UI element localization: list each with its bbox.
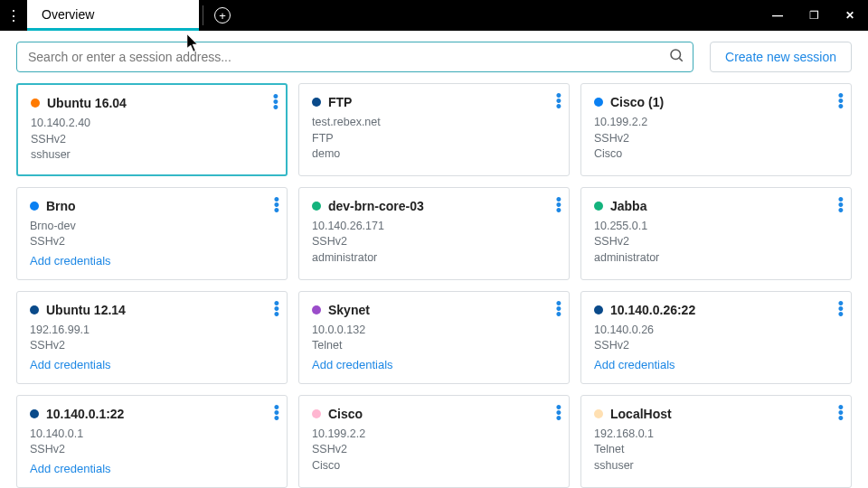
status-dot-icon	[30, 409, 39, 418]
session-user: demo	[312, 146, 556, 163]
session-host: 192.16.99.1	[30, 323, 274, 339]
session-protocol: SSHv2	[30, 234, 274, 250]
session-details: 192.16.99.1SSHv2	[30, 323, 274, 354]
card-header: Ubuntu 16.04	[31, 96, 273, 110]
session-card[interactable]: Jabba•••10.255.0.1SSHv2administrator	[580, 187, 852, 280]
new-tab-button[interactable]: +	[207, 0, 238, 31]
status-dot-icon	[312, 305, 321, 314]
session-name: Cisco	[328, 407, 363, 421]
session-name: Brno	[46, 199, 76, 213]
card-header: dev-brn-core-03	[312, 199, 556, 213]
card-header: Cisco (1)	[594, 95, 838, 109]
card-menu-button[interactable]: •••	[274, 405, 279, 421]
add-credentials-link[interactable]: Add credentials	[594, 358, 675, 371]
card-header: 10.140.0.1:22	[30, 407, 274, 421]
card-menu-button[interactable]: •••	[556, 93, 561, 109]
add-credentials-link[interactable]: Add credentials	[312, 358, 393, 371]
session-card[interactable]: Brno•••Brno-devSSHv2Add credentials	[16, 187, 288, 280]
app-menu-button[interactable]: ⋮	[0, 0, 27, 31]
session-name: Skynet	[328, 303, 370, 317]
session-card[interactable]: LocalHost•••192.168.0.1Telnetsshuser	[580, 395, 852, 488]
card-header: LocalHost	[594, 407, 838, 421]
session-card[interactable]: 10.140.0.26:22•••10.140.0.26SSHv2Add cre…	[580, 291, 852, 384]
session-card[interactable]: Ubuntu 16.04•••10.140.2.40SSHv2sshuser	[16, 83, 288, 176]
status-dot-icon	[594, 202, 603, 211]
session-name: Ubuntu 12.14	[46, 303, 126, 317]
session-details: 192.168.0.1Telnetsshuser	[594, 427, 838, 474]
session-host: 10.199.2.2	[312, 427, 556, 443]
card-menu-button[interactable]: •••	[838, 301, 844, 317]
titlebar-spacer	[238, 0, 760, 31]
session-host: 10.140.2.40	[31, 116, 273, 132]
card-menu-button[interactable]: •••	[556, 197, 561, 213]
session-card[interactable]: Skynet•••10.0.0.132TelnetAdd credentials	[298, 291, 570, 384]
session-details: 10.140.2.40SSHv2sshuser	[31, 116, 273, 164]
card-menu-button[interactable]: •••	[838, 197, 844, 213]
window-close-button[interactable]	[832, 0, 868, 31]
card-menu-button[interactable]: •••	[838, 93, 844, 109]
tab-divider	[203, 5, 203, 25]
session-details: Brno-devSSHv2	[30, 219, 274, 250]
status-dot-icon	[31, 99, 40, 108]
status-dot-icon	[594, 305, 603, 314]
session-user: administrator	[594, 250, 838, 267]
session-details: 10.140.26.171SSHv2administrator	[312, 219, 556, 267]
card-menu-button[interactable]: •••	[556, 405, 561, 421]
session-card[interactable]: Cisco (1)•••10.199.2.2SSHv2Cisco	[580, 83, 852, 176]
session-name: 10.140.0.1:22	[46, 407, 124, 421]
session-protocol: FTP	[312, 131, 556, 147]
card-header: Cisco	[312, 407, 556, 421]
session-protocol: SSHv2	[31, 132, 273, 148]
session-card[interactable]: FTP•••test.rebex.netFTPdemo	[298, 83, 570, 176]
session-host: 10.140.0.26	[594, 323, 838, 339]
status-dot-icon	[30, 202, 39, 211]
status-dot-icon	[594, 409, 603, 418]
card-header: Skynet	[312, 303, 556, 317]
plus-icon: +	[214, 7, 231, 23]
session-name: FTP	[328, 95, 352, 109]
card-menu-button[interactable]: •••	[838, 405, 844, 421]
search-container	[16, 42, 693, 72]
status-dot-icon	[30, 305, 39, 314]
card-menu-button[interactable]: •••	[274, 301, 279, 317]
search-input[interactable]	[16, 42, 693, 72]
session-card[interactable]: 10.140.0.1:22•••10.140.0.1SSHv2Add crede…	[16, 395, 288, 488]
card-menu-button[interactable]: •••	[273, 94, 278, 110]
session-user: administrator	[312, 250, 556, 267]
add-credentials-link[interactable]: Add credentials	[30, 462, 111, 475]
session-details: 10.0.0.132Telnet	[312, 323, 556, 354]
window-maximize-button[interactable]	[796, 0, 832, 31]
session-host: test.rebex.net	[312, 115, 556, 131]
session-host: 10.140.26.171	[312, 219, 556, 235]
card-menu-button[interactable]: •••	[556, 301, 561, 317]
session-user: sshuser	[31, 147, 273, 164]
session-protocol: SSHv2	[594, 234, 838, 250]
create-session-button[interactable]: Create new session	[710, 42, 852, 72]
session-name: 10.140.0.26:22	[610, 303, 695, 317]
session-card[interactable]: dev-brn-core-03•••10.140.26.171SSHv2admi…	[298, 187, 570, 280]
tab-overview[interactable]: Overview	[27, 0, 199, 31]
status-dot-icon	[312, 98, 321, 107]
toolbar: Create new session	[0, 31, 868, 83]
card-header: 10.140.0.26:22	[594, 303, 838, 317]
status-dot-icon	[312, 409, 321, 418]
session-name: LocalHost	[610, 407, 672, 421]
session-protocol: SSHv2	[594, 338, 838, 354]
session-host: 10.199.2.2	[594, 115, 838, 131]
session-details: 10.140.0.1SSHv2	[30, 427, 274, 458]
add-credentials-link[interactable]: Add credentials	[30, 358, 111, 371]
session-card[interactable]: Ubuntu 12.14•••192.16.99.1SSHv2Add crede…	[16, 291, 288, 384]
session-name: Cisco (1)	[610, 95, 664, 109]
titlebar: ⋮ Overview +	[0, 0, 868, 31]
session-details: test.rebex.netFTPdemo	[312, 115, 556, 163]
add-credentials-link[interactable]: Add credentials	[30, 254, 111, 267]
session-protocol: SSHv2	[30, 442, 274, 458]
session-protocol: Telnet	[594, 442, 838, 458]
card-menu-button[interactable]: •••	[274, 197, 279, 213]
status-dot-icon	[312, 202, 321, 211]
window-minimize-button[interactable]	[760, 0, 796, 31]
session-user: sshuser	[594, 458, 838, 474]
session-user: Cisco	[312, 458, 556, 474]
session-card[interactable]: Cisco•••10.199.2.2SSHv2Cisco	[298, 395, 570, 488]
session-host: 10.140.0.1	[30, 427, 274, 443]
